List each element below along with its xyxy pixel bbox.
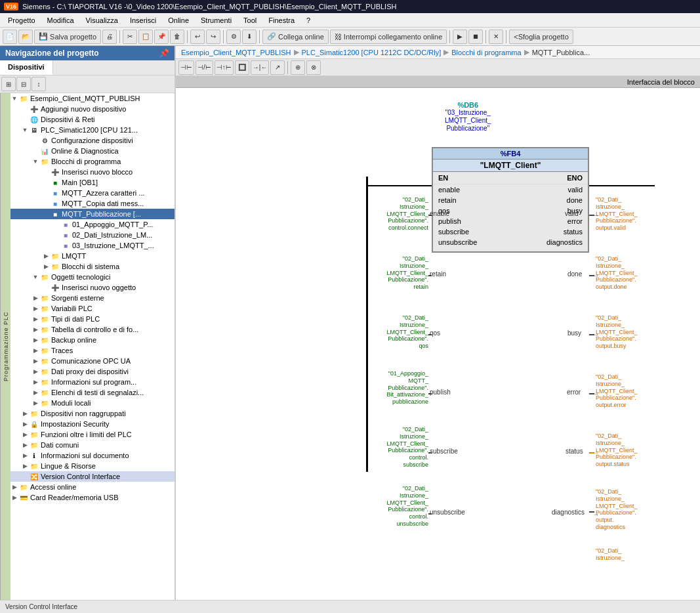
port-status-out: status — [564, 228, 583, 236]
menu-inserisci[interactable]: Inserisci — [125, 15, 161, 26]
menu-visualizza[interactable]: Visualizza — [81, 15, 123, 26]
browse-button[interactable]: <Sfoglia progetto — [509, 30, 573, 44]
arrow-config — [31, 137, 39, 144]
tree-item-info-program[interactable]: ▶ 📁 Informazioni sul program... — [10, 377, 175, 387]
cut-button[interactable]: ✂ — [123, 30, 137, 44]
ed-btn-1[interactable]: ⊣⊢ — [178, 60, 194, 75]
ed-btn-4[interactable]: 🔲 — [235, 60, 249, 75]
bc-sep-3: ▶ — [524, 48, 529, 56]
menu-finestra[interactable]: Finestra — [263, 15, 300, 26]
arrow-blocchi-sistema: ▶ — [42, 263, 50, 270]
tree-item-add-oggetto[interactable]: ➕ Inserisci nuovo oggetto — [10, 282, 175, 293]
add-device-icon: ➕ — [29, 104, 39, 114]
print-button[interactable]: 🖨 — [102, 30, 117, 44]
nav-icon-btn-1[interactable]: ⊞ — [1, 77, 16, 91]
menu-modifica[interactable]: Modifica — [42, 15, 79, 26]
ed-btn-2[interactable]: ⊣/⊢ — [196, 60, 213, 75]
bc-part-2[interactable]: PLC_Simatic1200 [CPU 1212C DC/DC/Rly] — [302, 49, 442, 56]
tree-item-online-diag[interactable]: 📊 Online & Diagnostica — [10, 146, 175, 156]
undo-button[interactable]: ↩ — [190, 30, 205, 44]
arrow-variabili: ▶ — [31, 305, 39, 312]
copy-button[interactable]: 📋 — [138, 30, 153, 44]
tree-item-sorgenti[interactable]: ▶ 📁 Sorgenti esterne — [10, 293, 175, 303]
tree-item-03-istruzione[interactable]: ■ 03_Istruzione_LMQTT_... — [10, 240, 175, 251]
tree-item-root[interactable]: ▼ 📁 Esempio_Client_MQTT_PUBLISH — [10, 93, 175, 104]
bc-part-1[interactable]: Esempio_Client_MQTT_PUBLISH — [181, 49, 291, 56]
ladder-diagram: %DB6 "03_Istruzione_LMQTT_Client_Pubblic… — [176, 88, 700, 600]
tree-item-vc[interactable]: 🔀 Version Control Interface — [10, 471, 175, 482]
menu-strumenti[interactable]: Strumenti — [196, 15, 237, 26]
tree-item-blocchi-sistema[interactable]: ▶ 📁 Blocchi di sistema — [10, 261, 175, 272]
tree-item-add-block[interactable]: ➕ Inserisci nuovo blocco — [10, 167, 175, 177]
tree-item-opc[interactable]: ▶ 📁 Comunicazione OPC UA — [10, 356, 175, 366]
tree-item-variabili[interactable]: ▶ 📁 Variabili PLC — [10, 303, 175, 314]
tree-item-02-dati[interactable]: ■ 02_Dati_Istruzione_LM... — [10, 230, 175, 240]
line-diagnostics — [589, 511, 594, 513]
tree-item-mqtt-azzera[interactable]: ■ MQTT_Azzera caratteri ... — [10, 188, 175, 198]
ed-btn-7[interactable]: ⊕ — [291, 60, 305, 75]
ed-btn-6[interactable]: ↗ — [270, 60, 285, 75]
ed-btn-5[interactable]: →|← — [251, 60, 270, 75]
tree-item-info-doc[interactable]: ▶ ℹ Informazioni sul documento — [10, 450, 175, 461]
tree-item-elenchi[interactable]: ▶ 📁 Elenchi di testi di segnalazi... — [10, 387, 175, 398]
close-all-button[interactable]: ✕ — [489, 30, 503, 44]
tree-item-backup[interactable]: ▶ 📁 Backup online — [10, 335, 175, 345]
open-button[interactable]: 📂 — [18, 30, 33, 44]
stop-cpu-button[interactable]: ⏹ — [468, 30, 483, 44]
download-button[interactable]: ⬇ — [242, 30, 257, 44]
delete-button[interactable]: 🗑 — [170, 30, 184, 44]
label-dati-proxy: Dati proxy dei dispositivi — [51, 368, 129, 375]
db-ref-label: %DB6 — [445, 101, 491, 109]
compile-button[interactable]: ⚙ — [226, 30, 241, 44]
tree-item-accessi[interactable]: ▶ 📁 Accessi online — [10, 482, 175, 492]
label-lingue: Lingue & Risorse — [41, 462, 96, 470]
start-cpu-button[interactable]: ▶ — [453, 30, 467, 44]
tree-item-funzioni[interactable]: ▶ 📁 Funzioni oltre i limiti del PLC — [10, 429, 175, 440]
tree-item-mqtt-copia[interactable]: ■ MQTT_Copia dati mess... — [10, 198, 175, 209]
tree-item-moduli[interactable]: ▶ 📁 Moduli locali — [10, 398, 175, 408]
menu-progetto[interactable]: Progetto — [3, 15, 41, 26]
disconnect-online-button[interactable]: ⛓ Interrompi collegamento online — [330, 30, 447, 44]
menu-tool[interactable]: Tool — [238, 15, 262, 26]
redo-button[interactable]: ↪ — [206, 30, 220, 44]
tree-item-add-device[interactable]: ➕ Aggiungi nuovo dispositivo — [10, 104, 175, 114]
sidebar-inner: Programmazione PLC ▼ 📁 Esempio_Client_MQ… — [0, 93, 175, 600]
diagram-area[interactable]: %DB6 "03_Istruzione_LMQTT_Client_Pubblic… — [176, 88, 700, 600]
toolbar-sep-7 — [506, 30, 506, 43]
tree-item-oggetti[interactable]: ▼ 📁 Oggetti tecnologici — [10, 272, 175, 282]
nav-icon-btn-3[interactable]: ↕ — [31, 77, 46, 91]
paste-button[interactable]: 📌 — [154, 30, 169, 44]
tree-item-devices-networks[interactable]: 🌐 Dispositivi & Reti — [10, 114, 175, 125]
tree-item-tabella[interactable]: ▶ 📁 Tabella di controllo e di fo... — [10, 324, 175, 335]
tree-item-config-device[interactable]: ⚙ Configurazione dispositivi — [10, 135, 175, 146]
tree-item-traces[interactable]: ▶ 📁 Traces — [10, 345, 175, 356]
port-retain-in: retain — [438, 196, 457, 204]
tree-item-card[interactable]: ▶ 💳 Card Reader/memoria USB — [10, 492, 175, 503]
bc-part-3[interactable]: Blocchi di programma — [451, 49, 521, 56]
tab-dispositivi[interactable]: Dispositivi — [0, 60, 53, 75]
tree-item-plc[interactable]: ▼ 🖥 PLC_Simatic1200 [CPU 121... — [10, 125, 175, 135]
tree-item-dati-comuni[interactable]: ▶ 📁 Dati comuni — [10, 440, 175, 450]
tree-item-main-ob1[interactable]: ■ Main [OB1] — [10, 177, 175, 188]
tree-item-dati-proxy[interactable]: ▶ 📁 Dati proxy dei dispositivi — [10, 366, 175, 377]
tree-item-lmqtt[interactable]: ▶ 📁 LMQTT — [10, 251, 175, 261]
ed-btn-3[interactable]: ⊣↑⊢ — [215, 60, 234, 75]
menu-help[interactable]: ? — [301, 15, 316, 26]
tree-item-blocchi[interactable]: ▼ 📁 Blocchi di programma — [10, 156, 175, 167]
tree-item-tipi-dati[interactable]: ▶ 📁 Tipi di dati PLC — [10, 314, 175, 324]
menu-online[interactable]: Online — [163, 15, 194, 26]
main-toolbar: 📄 📂 💾 Salva progetto 🖨 ✂ 📋 📌 🗑 ↩ ↪ ⚙ ⬇ 🔗… — [0, 28, 700, 46]
nav-pin-button[interactable]: 📌 — [159, 49, 169, 58]
tree-item-security[interactable]: ▶ 🔒 Impostazioni Security — [10, 419, 175, 429]
tree-item-01-appoggio[interactable]: ■ 01_Appoggio_MQTT_P... — [10, 219, 175, 230]
connect-online-button[interactable]: 🔗 Collega online — [262, 30, 329, 44]
tree-item-lingue[interactable]: ▶ 📁 Lingue & Risorse — [10, 461, 175, 471]
arrow-dati-proxy: ▶ — [31, 368, 39, 375]
tree-item-disp-non-ragg[interactable]: ▶ 📁 Dispositivi non raggruppati — [10, 408, 175, 419]
new-button[interactable]: 📄 — [3, 30, 17, 44]
tree-item-mqtt-pub[interactable]: ■ MQTT_Pubblicazione [... — [10, 209, 175, 219]
save-button[interactable]: 💾 Salva progetto — [34, 30, 101, 44]
nav-icon-btn-2[interactable]: ⊟ — [16, 77, 31, 91]
port-unsubscribe-label: unsubscribe — [430, 509, 465, 516]
ed-btn-8[interactable]: ⊗ — [306, 60, 321, 75]
